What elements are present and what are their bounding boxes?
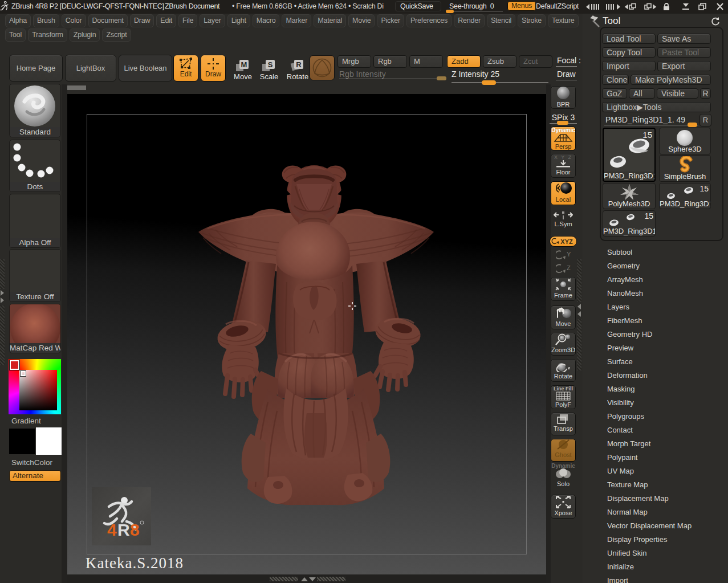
svg-text:S: S <box>268 60 273 69</box>
svg-text:Z: Z <box>567 264 571 271</box>
svg-text:8: 8 <box>130 520 140 539</box>
svg-text:M: M <box>241 60 247 69</box>
svg-text:R: R <box>296 60 302 69</box>
svg-text:Y: Y <box>567 251 571 258</box>
svg-text:4: 4 <box>107 520 117 539</box>
svg-text:XYZ: XYZ <box>560 238 573 245</box>
svg-text:R: R <box>117 520 130 539</box>
